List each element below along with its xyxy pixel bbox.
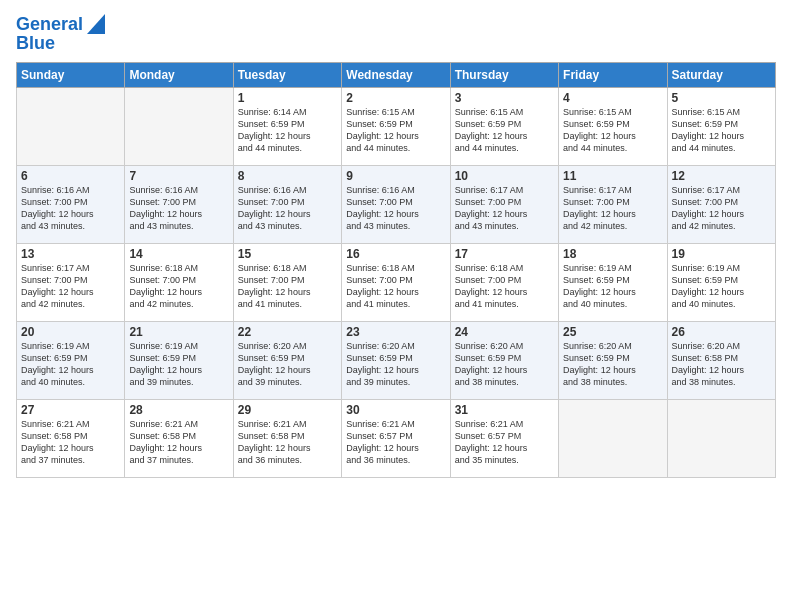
calendar-cell: 8Sunrise: 6:16 AM Sunset: 7:00 PM Daylig… [233,165,341,243]
day-detail: Sunrise: 6:15 AM Sunset: 6:59 PM Dayligh… [455,106,554,155]
day-detail: Sunrise: 6:21 AM Sunset: 6:58 PM Dayligh… [129,418,228,467]
week-row-2: 13Sunrise: 6:17 AM Sunset: 7:00 PM Dayli… [17,243,776,321]
calendar-cell: 9Sunrise: 6:16 AM Sunset: 7:00 PM Daylig… [342,165,450,243]
calendar-cell: 4Sunrise: 6:15 AM Sunset: 6:59 PM Daylig… [559,87,667,165]
day-number: 3 [455,91,554,105]
day-detail: Sunrise: 6:20 AM Sunset: 6:59 PM Dayligh… [563,340,662,389]
svg-marker-0 [87,14,105,34]
header-thursday: Thursday [450,62,558,87]
day-detail: Sunrise: 6:18 AM Sunset: 7:00 PM Dayligh… [238,262,337,311]
calendar-cell: 5Sunrise: 6:15 AM Sunset: 6:59 PM Daylig… [667,87,775,165]
calendar-cell: 6Sunrise: 6:16 AM Sunset: 7:00 PM Daylig… [17,165,125,243]
calendar-cell: 14Sunrise: 6:18 AM Sunset: 7:00 PM Dayli… [125,243,233,321]
day-detail: Sunrise: 6:18 AM Sunset: 7:00 PM Dayligh… [455,262,554,311]
logo-triangle-icon [87,14,105,34]
day-number: 25 [563,325,662,339]
day-number: 2 [346,91,445,105]
calendar-table: SundayMondayTuesdayWednesdayThursdayFrid… [16,62,776,478]
day-detail: Sunrise: 6:19 AM Sunset: 6:59 PM Dayligh… [129,340,228,389]
calendar-cell: 30Sunrise: 6:21 AM Sunset: 6:57 PM Dayli… [342,399,450,477]
day-detail: Sunrise: 6:21 AM Sunset: 6:58 PM Dayligh… [238,418,337,467]
day-detail: Sunrise: 6:14 AM Sunset: 6:59 PM Dayligh… [238,106,337,155]
day-detail: Sunrise: 6:17 AM Sunset: 7:00 PM Dayligh… [21,262,120,311]
day-detail: Sunrise: 6:17 AM Sunset: 7:00 PM Dayligh… [563,184,662,233]
header-saturday: Saturday [667,62,775,87]
day-number: 27 [21,403,120,417]
day-detail: Sunrise: 6:15 AM Sunset: 6:59 PM Dayligh… [672,106,771,155]
calendar-cell: 7Sunrise: 6:16 AM Sunset: 7:00 PM Daylig… [125,165,233,243]
week-row-3: 20Sunrise: 6:19 AM Sunset: 6:59 PM Dayli… [17,321,776,399]
page: General Blue SundayMondayTuesdayWednesda… [0,0,792,612]
calendar-cell: 22Sunrise: 6:20 AM Sunset: 6:59 PM Dayli… [233,321,341,399]
calendar-cell: 1Sunrise: 6:14 AM Sunset: 6:59 PM Daylig… [233,87,341,165]
calendar-cell: 17Sunrise: 6:18 AM Sunset: 7:00 PM Dayli… [450,243,558,321]
day-detail: Sunrise: 6:20 AM Sunset: 6:59 PM Dayligh… [346,340,445,389]
week-row-0: 1Sunrise: 6:14 AM Sunset: 6:59 PM Daylig… [17,87,776,165]
calendar-cell: 23Sunrise: 6:20 AM Sunset: 6:59 PM Dayli… [342,321,450,399]
day-number: 7 [129,169,228,183]
calendar-cell: 27Sunrise: 6:21 AM Sunset: 6:58 PM Dayli… [17,399,125,477]
day-number: 20 [21,325,120,339]
calendar-cell: 2Sunrise: 6:15 AM Sunset: 6:59 PM Daylig… [342,87,450,165]
day-detail: Sunrise: 6:15 AM Sunset: 6:59 PM Dayligh… [346,106,445,155]
day-number: 5 [672,91,771,105]
day-number: 29 [238,403,337,417]
header-sunday: Sunday [17,62,125,87]
logo: General Blue [16,12,105,54]
day-detail: Sunrise: 6:19 AM Sunset: 6:59 PM Dayligh… [672,262,771,311]
header-wednesday: Wednesday [342,62,450,87]
logo-blue-text: Blue [16,34,55,54]
calendar-cell: 15Sunrise: 6:18 AM Sunset: 7:00 PM Dayli… [233,243,341,321]
header-monday: Monday [125,62,233,87]
day-number: 13 [21,247,120,261]
day-number: 22 [238,325,337,339]
calendar-cell: 31Sunrise: 6:21 AM Sunset: 6:57 PM Dayli… [450,399,558,477]
day-detail: Sunrise: 6:21 AM Sunset: 6:58 PM Dayligh… [21,418,120,467]
calendar-cell [667,399,775,477]
day-detail: Sunrise: 6:16 AM Sunset: 7:00 PM Dayligh… [238,184,337,233]
calendar-cell [17,87,125,165]
day-number: 16 [346,247,445,261]
header: General Blue [16,12,776,54]
header-tuesday: Tuesday [233,62,341,87]
week-row-1: 6Sunrise: 6:16 AM Sunset: 7:00 PM Daylig… [17,165,776,243]
day-number: 10 [455,169,554,183]
day-detail: Sunrise: 6:16 AM Sunset: 7:00 PM Dayligh… [21,184,120,233]
day-detail: Sunrise: 6:16 AM Sunset: 7:00 PM Dayligh… [346,184,445,233]
calendar-cell: 26Sunrise: 6:20 AM Sunset: 6:58 PM Dayli… [667,321,775,399]
day-detail: Sunrise: 6:16 AM Sunset: 7:00 PM Dayligh… [129,184,228,233]
day-number: 28 [129,403,228,417]
day-number: 24 [455,325,554,339]
calendar-cell: 25Sunrise: 6:20 AM Sunset: 6:59 PM Dayli… [559,321,667,399]
day-number: 31 [455,403,554,417]
calendar-cell: 12Sunrise: 6:17 AM Sunset: 7:00 PM Dayli… [667,165,775,243]
day-number: 12 [672,169,771,183]
calendar-cell: 21Sunrise: 6:19 AM Sunset: 6:59 PM Dayli… [125,321,233,399]
day-number: 23 [346,325,445,339]
day-detail: Sunrise: 6:18 AM Sunset: 7:00 PM Dayligh… [129,262,228,311]
day-number: 6 [21,169,120,183]
day-number: 8 [238,169,337,183]
day-number: 30 [346,403,445,417]
day-number: 11 [563,169,662,183]
day-number: 14 [129,247,228,261]
calendar-cell [125,87,233,165]
calendar-cell: 20Sunrise: 6:19 AM Sunset: 6:59 PM Dayli… [17,321,125,399]
calendar-cell: 28Sunrise: 6:21 AM Sunset: 6:58 PM Dayli… [125,399,233,477]
calendar-cell: 18Sunrise: 6:19 AM Sunset: 6:59 PM Dayli… [559,243,667,321]
calendar-cell: 3Sunrise: 6:15 AM Sunset: 6:59 PM Daylig… [450,87,558,165]
day-detail: Sunrise: 6:20 AM Sunset: 6:58 PM Dayligh… [672,340,771,389]
logo-text: General [16,15,83,35]
day-detail: Sunrise: 6:19 AM Sunset: 6:59 PM Dayligh… [21,340,120,389]
header-row: SundayMondayTuesdayWednesdayThursdayFrid… [17,62,776,87]
calendar-cell: 13Sunrise: 6:17 AM Sunset: 7:00 PM Dayli… [17,243,125,321]
day-detail: Sunrise: 6:17 AM Sunset: 7:00 PM Dayligh… [672,184,771,233]
day-number: 21 [129,325,228,339]
calendar-cell: 16Sunrise: 6:18 AM Sunset: 7:00 PM Dayli… [342,243,450,321]
day-number: 9 [346,169,445,183]
day-number: 4 [563,91,662,105]
day-detail: Sunrise: 6:15 AM Sunset: 6:59 PM Dayligh… [563,106,662,155]
day-number: 18 [563,247,662,261]
day-detail: Sunrise: 6:21 AM Sunset: 6:57 PM Dayligh… [455,418,554,467]
day-detail: Sunrise: 6:20 AM Sunset: 6:59 PM Dayligh… [238,340,337,389]
